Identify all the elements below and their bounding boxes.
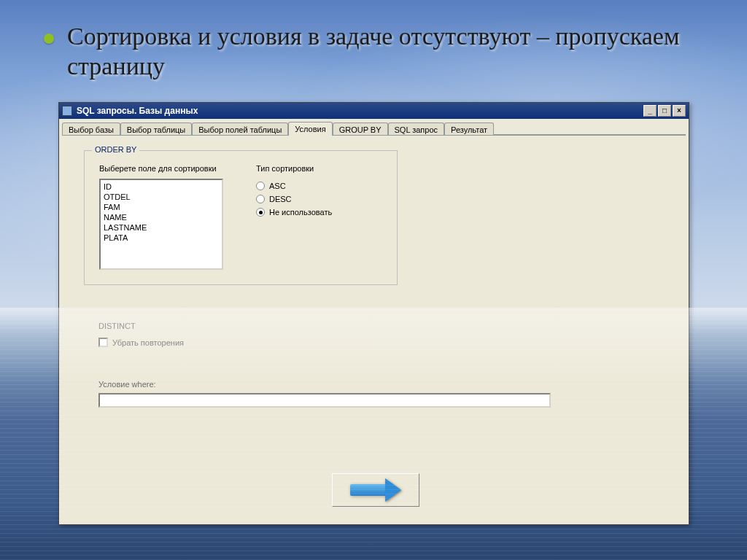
minimize-button[interactable]: _ <box>643 105 657 117</box>
app-window: SQL запросы. Базы данных _ □ × Выбор баз… <box>58 102 689 525</box>
distinct-checkbox[interactable]: Убрать повторения <box>98 338 184 347</box>
list-item[interactable]: LASTNAME <box>102 222 220 233</box>
titlebar: SQL запросы. Базы данных _ □ × <box>59 103 689 119</box>
radio-label: ASC <box>269 182 286 190</box>
radio-desc[interactable]: DESC <box>256 195 332 203</box>
radio-icon <box>256 182 265 190</box>
orderby-field-label: Выберете поле для сортировки <box>99 164 217 173</box>
close-button[interactable]: × <box>673 105 686 117</box>
where-input[interactable] <box>98 393 551 408</box>
distinct-heading: DISTINCT <box>98 322 184 330</box>
radio-icon <box>256 208 265 217</box>
radio-asc[interactable]: ASC <box>256 182 332 190</box>
app-icon <box>62 106 72 116</box>
list-item[interactable]: PLATA <box>102 233 220 243</box>
client-area: ORDER BY Выберете поле для сортировки ID… <box>62 135 686 521</box>
maximize-button[interactable]: □ <box>658 105 671 117</box>
list-item[interactable]: OTDEL <box>102 192 220 202</box>
list-item[interactable]: FAM <box>102 202 220 212</box>
radio-icon <box>256 195 265 203</box>
arrow-right-icon <box>350 478 401 502</box>
bullet-dot-icon <box>44 34 54 44</box>
tabstrip: Выбор базы Выбор таблицы Выбор полей таб… <box>59 119 689 135</box>
radio-none[interactable]: Не использовать <box>256 208 332 217</box>
tab-conditions[interactable]: Условия <box>288 122 332 136</box>
orderby-field-list[interactable]: ID OTDEL FAM NAME LASTNAME PLATA <box>99 179 223 270</box>
radio-label: Не использовать <box>269 208 332 217</box>
list-item[interactable]: NAME <box>102 212 220 222</box>
where-label: Условие where: <box>98 380 551 389</box>
radio-label: DESC <box>269 195 292 203</box>
slide-title: Сортировка и условия в задаче отсутствую… <box>67 22 703 82</box>
orderby-legend: ORDER BY <box>92 145 139 154</box>
window-title: SQL запросы. Базы данных <box>77 106 198 116</box>
distinct-checkbox-label: Убрать повторения <box>112 338 184 347</box>
sort-type-label: Тип сортировки <box>256 164 314 173</box>
orderby-group: ORDER BY Выберете поле для сортировки ID… <box>84 150 398 285</box>
slide-bullet: Сортировка и условия в задаче отсутствую… <box>44 22 703 82</box>
next-button[interactable] <box>332 473 419 507</box>
list-item[interactable]: ID <box>102 182 220 192</box>
checkbox-icon <box>98 338 108 347</box>
